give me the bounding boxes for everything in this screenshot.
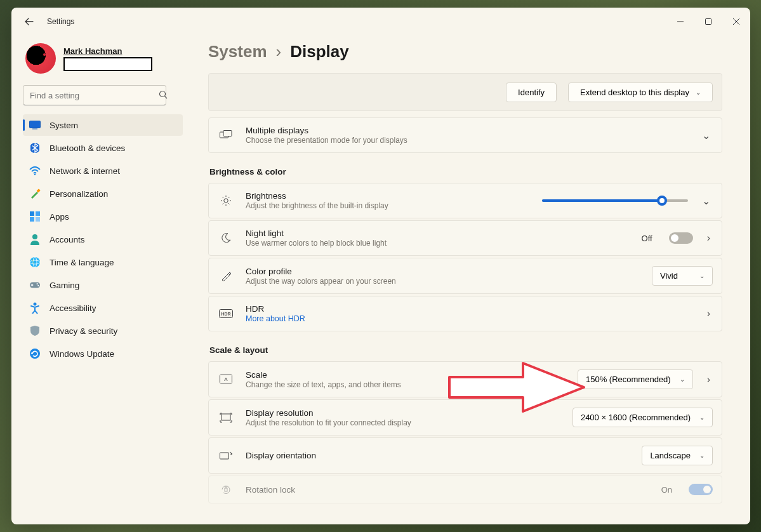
brightness-card: Brightness Adjust the brightness of the …: [208, 183, 722, 218]
search-input[interactable]: [23, 85, 166, 105]
card-title: Display resolution: [246, 408, 561, 418]
select-value: 150% (Recommended): [586, 375, 671, 384]
chevron-right-icon[interactable]: ›: [705, 305, 713, 322]
svg-rect-23: [223, 131, 232, 136]
shield-icon: [29, 325, 41, 336]
display-mode-dropdown[interactable]: Extend desktop to this display ⌄: [568, 83, 713, 102]
svg-rect-11: [30, 217, 34, 222]
nav-item-apps[interactable]: Apps: [23, 206, 183, 227]
nav-item-label: Privacy & security: [50, 326, 117, 336]
user-block[interactable]: Mark Hachman: [23, 43, 183, 74]
night-light-card[interactable]: Night light Use warmer colors to help bl…: [208, 220, 722, 256]
hdr-more-link[interactable]: More about HDR: [246, 314, 693, 323]
palette-icon: [218, 270, 234, 282]
back-button[interactable]: [23, 15, 36, 28]
svg-point-19: [37, 285, 39, 286]
svg-line-3: [165, 96, 168, 99]
svg-point-24: [224, 199, 228, 203]
chevron-right-icon[interactable]: ›: [705, 230, 713, 246]
rotation-lock-card: Rotation lock On: [208, 475, 722, 503]
nav-item-label: Windows Update: [50, 349, 114, 359]
close-button[interactable]: [722, 11, 750, 32]
hdr-card[interactable]: HDR HDR More about HDR ›: [208, 296, 722, 331]
card-title: HDR: [246, 304, 693, 314]
svg-rect-4: [30, 121, 41, 128]
scale-select[interactable]: 150% (Recommended) ⌄: [578, 369, 693, 389]
minimize-button[interactable]: [666, 11, 694, 32]
multiple-displays-card[interactable]: Multiple displays Choose the presentatio…: [208, 117, 722, 153]
svg-rect-5: [32, 129, 37, 130]
nav-item-label: Time & language: [50, 258, 114, 267]
expand-chevron-icon[interactable]: ⌄: [699, 127, 713, 144]
nav-item-time[interactable]: Time & language: [23, 251, 183, 273]
nav-item-accessibility[interactable]: Accessibility: [23, 297, 183, 319]
nav-item-label: Accessibility: [50, 303, 96, 313]
svg-text:HDR: HDR: [221, 312, 230, 316]
main-content[interactable]: System › Display Identify Extend desktop…: [190, 36, 750, 524]
chevron-down-icon: ⌄: [699, 414, 705, 421]
svg-line-30: [228, 203, 230, 204]
color-profile-card: Color profile Adjust the way colors appe…: [208, 258, 722, 294]
section-brightness-color: Brightness & color: [209, 167, 722, 176]
svg-line-31: [223, 203, 224, 204]
select-value: 2400 × 1600 (Recommended): [581, 413, 691, 422]
card-subtitle: Adjust the brightness of the built-in di…: [246, 201, 531, 210]
svg-point-18: [37, 283, 38, 284]
nav-item-personalization[interactable]: Personalization: [23, 183, 183, 204]
nav-item-privacy[interactable]: Privacy & security: [23, 320, 183, 342]
chevron-down-icon: ⌄: [699, 272, 705, 279]
maximize-icon: [705, 18, 711, 25]
card-title: Scale: [246, 370, 566, 380]
settings-window: Settings Mark Hachman Syste: [11, 8, 750, 524]
search-wrap: [23, 85, 183, 105]
rotation-lock-toggle: [689, 484, 713, 495]
minimize-icon: [677, 18, 684, 25]
svg-rect-12: [36, 217, 40, 222]
moon-icon: [218, 232, 234, 244]
hdr-icon: HDR: [218, 309, 234, 318]
breadcrumb-parent[interactable]: System: [208, 42, 267, 62]
avatar: [25, 43, 56, 74]
svg-line-29: [223, 197, 224, 199]
svg-rect-37: [222, 414, 230, 420]
orientation-card: Display orientation Landscape ⌄: [208, 437, 722, 474]
user-email-redacted: [63, 57, 152, 71]
section-scale-layout: Scale & layout: [209, 345, 722, 355]
nav-item-system[interactable]: System: [23, 114, 183, 136]
card-title: Color profile: [246, 267, 640, 276]
nav-item-accounts[interactable]: Accounts: [23, 229, 183, 250]
close-icon: [733, 18, 739, 25]
nav-item-bluetooth[interactable]: Bluetooth & devices: [23, 137, 183, 159]
brightness-slider[interactable]: [542, 199, 688, 202]
breadcrumb-separator-icon: ›: [276, 42, 282, 62]
card-title: Brightness: [246, 191, 531, 201]
titlebar: Settings: [11, 8, 750, 36]
brush-icon: [29, 188, 41, 199]
card-title: Night light: [246, 229, 630, 238]
orientation-select[interactable]: Landscape ⌄: [642, 446, 713, 465]
orientation-icon: [218, 451, 234, 461]
back-arrow-icon: [25, 17, 34, 26]
nav-item-gaming[interactable]: Gaming: [23, 274, 183, 296]
sun-icon: [218, 195, 234, 206]
svg-rect-10: [36, 211, 40, 216]
person-icon: [29, 234, 41, 245]
svg-text:A: A: [224, 376, 228, 382]
globe-icon: [29, 256, 41, 268]
chevron-right-icon[interactable]: ›: [705, 371, 713, 388]
apps-icon: [29, 211, 41, 222]
resolution-select[interactable]: 2400 × 1600 (Recommended) ⌄: [572, 408, 713, 427]
display-arrange-panel: Identify Extend desktop to this display …: [208, 73, 722, 111]
nav-item-network[interactable]: Network & internet: [23, 160, 183, 182]
maximize-button[interactable]: [694, 11, 722, 32]
card-title: Display orientation: [246, 451, 630, 460]
app-title: Settings: [47, 17, 74, 26]
toggle-state-label: On: [661, 485, 672, 495]
color-profile-select[interactable]: Vivid ⌄: [652, 266, 713, 286]
identify-button[interactable]: Identify: [506, 83, 557, 102]
svg-rect-1: [706, 19, 711, 25]
night-light-toggle[interactable]: [669, 232, 693, 244]
scale-icon: A: [218, 375, 234, 385]
expand-chevron-icon[interactable]: ⌄: [699, 192, 713, 209]
nav-item-update[interactable]: Windows Update: [23, 343, 183, 364]
